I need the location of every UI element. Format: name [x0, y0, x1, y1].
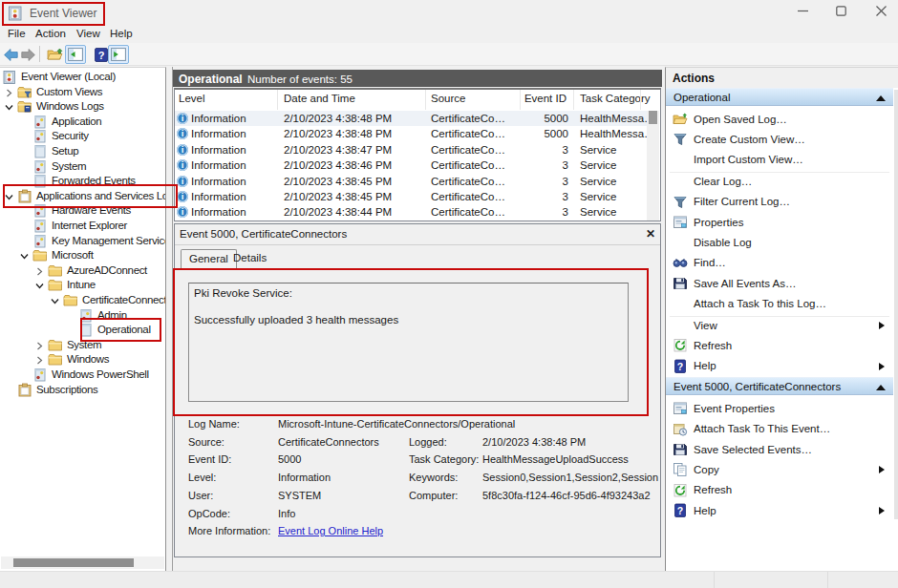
column-header-level[interactable]: Level: [179, 93, 205, 104]
cell-task-category: Service: [580, 144, 616, 156]
actions-section-header[interactable]: Event 5000, CertificateConnectors: [666, 377, 893, 395]
maximize-button[interactable]: [822, 0, 860, 25]
action-find[interactable]: Find…: [666, 254, 893, 274]
tree-item-windows-logs[interactable]: Windows Logs: [0, 99, 165, 115]
action-save-all-events-as[interactable]: Save All Events As…: [666, 274, 893, 294]
close-button[interactable]: [862, 0, 898, 25]
action-disable-log[interactable]: Disable Log: [666, 233, 893, 253]
action-refresh[interactable]: Refresh: [666, 481, 893, 501]
tree-item-event-viewer-local-[interactable]: Event Viewer (Local): [0, 70, 165, 85]
tree-item-azureadconnect[interactable]: AzureADConnect: [0, 263, 165, 279]
field-label: Computer:: [409, 490, 458, 501]
save-icon: [673, 442, 688, 457]
annotation-applications-services-log: [3, 184, 178, 208]
column-header-date-and-time[interactable]: Date and Time: [284, 93, 355, 104]
cell-source: CertificateCo…: [431, 191, 505, 202]
event-row[interactable]: iInformation2/10/2023 4:38:45 PMCertific…: [175, 189, 647, 204]
action-help[interactable]: ?Help: [666, 357, 893, 377]
menu-view[interactable]: View: [76, 28, 100, 39]
table-scrollbar-thumb[interactable]: [649, 111, 657, 124]
action-copy[interactable]: Copy: [666, 460, 893, 480]
action-event-properties[interactable]: Event Properties: [666, 399, 893, 419]
action-import-custom-view[interactable]: Import Custom View…: [666, 151, 893, 171]
column-separator[interactable]: [425, 90, 426, 110]
column-separator[interactable]: [640, 90, 641, 110]
tab-details[interactable]: Details: [225, 249, 274, 268]
tree-item-microsoft[interactable]: Microsoft: [0, 248, 165, 263]
event-row[interactable]: iInformation2/10/2023 4:38:48 PMCertific…: [175, 126, 647, 141]
minimize-button[interactable]: [783, 0, 822, 25]
actions-scrollbar[interactable]: [893, 88, 898, 570]
actions-scrollbar-thumb[interactable]: [894, 90, 898, 519]
menu-action[interactable]: Action: [35, 28, 66, 39]
column-separator[interactable]: [520, 90, 521, 110]
field-value: 5000: [278, 453, 301, 465]
cell-event-id: 5000: [520, 113, 568, 124]
table-vertical-scrollbar[interactable]: [647, 111, 659, 220]
action-refresh[interactable]: Refresh: [666, 336, 893, 356]
collapse-icon[interactable]: [876, 385, 886, 390]
action-label: Attach a Task To this Log…: [694, 298, 826, 309]
action-attach-task-to-this-event[interactable]: Attach Task To This Event…: [666, 420, 893, 440]
show-hide-action-pane-button[interactable]: [108, 45, 129, 64]
props-icon: [673, 215, 688, 230]
preview-close-icon[interactable]: ✕: [644, 227, 657, 241]
tree-item-certificateconnectors[interactable]: CertificateConnectors: [0, 293, 165, 308]
show-hide-console-tree-button[interactable]: [65, 45, 86, 64]
event-row[interactable]: iInformation2/10/2023 4:38:47 PMCertific…: [175, 142, 647, 158]
cell-event-id: 5000: [520, 128, 568, 139]
tree-item-label: Subscriptions: [36, 384, 97, 395]
field-value: Info: [278, 508, 295, 519]
tree-item-windows[interactable]: Windows: [0, 352, 165, 368]
action-help[interactable]: ?Help: [666, 501, 893, 521]
column-header-source[interactable]: Source: [431, 93, 465, 104]
tree-item-windows-powershell[interactable]: Windows PowerShell: [0, 368, 165, 383]
openlog-icon: [673, 112, 688, 127]
action-save-selected-events[interactable]: Save Selected Events…: [666, 440, 893, 460]
cell-task-category: Service: [580, 191, 616, 202]
action-view[interactable]: View: [666, 316, 893, 336]
action-open-saved-log[interactable]: Open Saved Log…: [666, 110, 893, 130]
action-attach-a-task-to-this-log[interactable]: Attach a Task To this Log…: [666, 295, 893, 315]
column-header-event-id[interactable]: Event ID: [524, 93, 567, 104]
tree-item-application[interactable]: Application: [0, 115, 165, 130]
action-label: Filter Current Log…: [694, 196, 790, 207]
action-clear-log[interactable]: Clear Log…: [666, 172, 893, 192]
action-properties[interactable]: Properties: [666, 213, 893, 233]
field-link[interactable]: Event Log Online Help: [278, 525, 383, 536]
field-label: Task Category:: [409, 453, 479, 465]
tree-item-internet-explorer[interactable]: Internet Explorer: [0, 219, 165, 234]
actions-section-header[interactable]: Operational: [666, 88, 893, 106]
menu-file[interactable]: File: [8, 28, 26, 39]
svg-text:?: ?: [677, 505, 683, 516]
event-row[interactable]: iInformation2/10/2023 4:38:44 PMCertific…: [175, 204, 647, 220]
forward-button[interactable]: [20, 45, 36, 64]
tree-item-custom-views[interactable]: Custom Views: [0, 85, 165, 100]
help-toolbar-button[interactable]: ?: [93, 45, 109, 64]
tree-item-setup[interactable]: Setup: [0, 144, 165, 159]
back-button[interactable]: [3, 45, 19, 64]
tree-scrollbar-thumb[interactable]: [13, 558, 134, 567]
tree-item-label: Windows: [67, 353, 109, 365]
folder-icon: [48, 352, 63, 367]
tree-item-intune[interactable]: Intune: [0, 278, 165, 293]
tree-item-key-management-service[interactable]: Key Management Service: [0, 234, 165, 249]
action-filter-current-log[interactable]: Filter Current Log…: [666, 193, 893, 213]
tree-item-label: Custom Views: [36, 86, 102, 97]
event-row[interactable]: iInformation2/10/2023 4:38:46 PMCertific…: [175, 158, 647, 173]
event-log-online-help-link[interactable]: Event Log Online Help: [278, 525, 383, 536]
event-row[interactable]: iInformation2/10/2023 4:38:45 PMCertific…: [175, 174, 647, 189]
tree-horizontal-scrollbar[interactable]: [1, 556, 164, 569]
tree-item-system[interactable]: System: [0, 159, 165, 175]
event-row[interactable]: iInformation2/10/2023 4:38:48 PMCertific…: [175, 111, 647, 126]
tree-item-subscriptions[interactable]: Subscriptions: [0, 383, 165, 398]
open-saved-log-icon[interactable]: [46, 45, 64, 64]
action-create-custom-view[interactable]: Create Custom View…: [666, 130, 893, 150]
collapse-icon[interactable]: [876, 95, 886, 101]
column-separator[interactable]: [277, 90, 278, 110]
column-separator[interactable]: [573, 90, 574, 110]
field-value: HealthMessageUploadSuccess: [482, 453, 629, 465]
tree-item-security[interactable]: Security: [0, 129, 165, 144]
menu-help[interactable]: Help: [110, 28, 133, 39]
funnel-icon: [673, 132, 688, 147]
